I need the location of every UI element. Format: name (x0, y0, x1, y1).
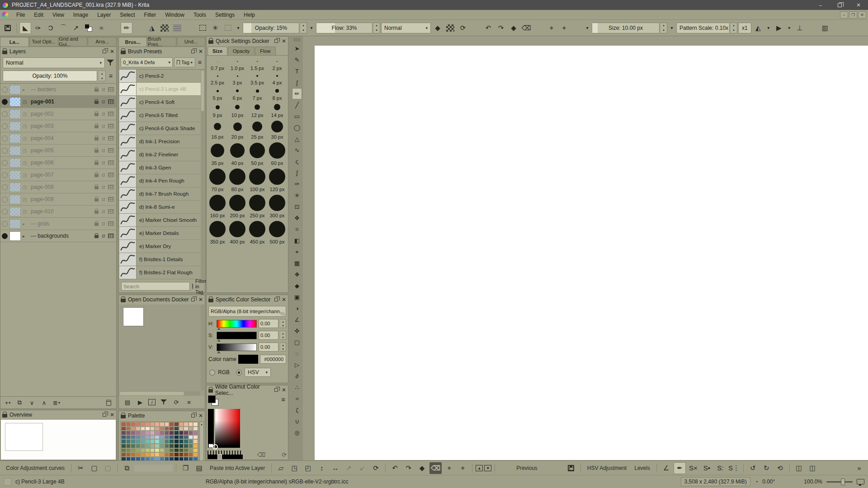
eraser-mode-icon[interactable]: ◆ (416, 462, 428, 474)
brush-preset-row[interactable]: d) Ink-2 Fineliner (119, 148, 204, 161)
rgb-radio[interactable] (209, 370, 215, 375)
layer-row[interactable]: page-007 α (0, 169, 116, 181)
disabled-slider[interactable] (134, 465, 173, 472)
trim-to-image-icon[interactable]: ◳ (288, 462, 301, 474)
brush-size-preset[interactable]: 70 px (208, 168, 227, 194)
brush-size-preset[interactable]: 9 px (208, 103, 227, 120)
layer-alpha-icon[interactable]: α (102, 196, 105, 202)
previous-preset-button[interactable]: Previous (513, 462, 541, 474)
palette-swatch[interactable] (141, 427, 146, 431)
palette-swatch[interactable] (131, 448, 136, 453)
mirror-view-icon[interactable]: ◫ (793, 462, 805, 474)
menu-item[interactable]: View (48, 11, 69, 19)
layer-row[interactable]: page-006 α (0, 157, 116, 169)
mirror-horizontal-icon[interactable]: ◭ (752, 22, 764, 34)
palette-swatch[interactable] (121, 448, 126, 453)
overview-preview[interactable] (1, 420, 116, 460)
brush-size-preset[interactable]: 20 px (227, 120, 247, 141)
brush-tag-filter-select[interactable]: 0_Krita 4 Defa ▾ (121, 57, 173, 67)
brush-preset-row[interactable]: e) Marker Details (119, 227, 204, 240)
opacity-dropdown-icon[interactable]: ▾ (308, 22, 315, 34)
bezier-curve-tool[interactable]: ς (292, 156, 302, 167)
palette-swatch[interactable] (136, 427, 141, 431)
palette-swatch[interactable] (189, 439, 193, 444)
brush-view-menu-icon[interactable]: ≡ (197, 59, 203, 66)
layer-visibility-toggle[interactable] (2, 123, 8, 129)
rectangle-tool[interactable]: ▭ (292, 111, 302, 122)
layer-inherit-alpha-icon[interactable] (108, 221, 114, 226)
select-shapes-tool[interactable]: ➤ (292, 43, 302, 54)
palette-swatch[interactable] (126, 448, 131, 453)
brush-size-preset[interactable]: 60 px (267, 141, 287, 168)
gradient-tool[interactable]: ◧ (292, 235, 302, 246)
brush-size-preset[interactable]: 400 px (227, 220, 247, 246)
wrap-around-icon[interactable]: ⊥ (794, 22, 806, 34)
layer-lock-icon[interactable] (94, 174, 99, 177)
layer-inherit-alpha-icon[interactable] (108, 112, 114, 116)
layer-alpha-icon[interactable]: α (102, 233, 105, 239)
palette-swatch[interactable] (145, 448, 150, 453)
mirror-vertical-icon[interactable]: ▶ (773, 22, 785, 34)
flow-slider[interactable]: Flow: 33% (316, 23, 373, 33)
palette-swatch[interactable] (121, 431, 126, 435)
brush-size-preset[interactable]: 450 px (247, 220, 267, 246)
redo-icon[interactable]: ↷ (495, 22, 507, 34)
menu-item[interactable]: Help (239, 11, 259, 19)
pattern-edit-tool[interactable]: ▦ (292, 258, 302, 269)
docker-lock-icon[interactable] (121, 51, 126, 54)
close-docker-icon[interactable]: ✕ (198, 297, 203, 302)
size-spinner[interactable]: ▲▼ (660, 23, 667, 33)
channel-spinner[interactable]: ▲▼ (280, 331, 286, 340)
scrollbar-handle[interactable] (120, 392, 184, 395)
docker-tab[interactable]: Brush Pres... (147, 37, 176, 46)
palette-swatch[interactable] (131, 452, 136, 457)
palette-swatch[interactable] (141, 422, 146, 427)
palette-swatch[interactable] (160, 452, 165, 457)
brush-preset-row[interactable]: f) Bristles-2 Flat Rough (119, 266, 204, 279)
layer-alpha-icon[interactable]: α (102, 111, 105, 117)
palette-swatch[interactable] (189, 427, 193, 431)
brush-size-preset[interactable]: 40 px (227, 141, 247, 168)
palette-swatch[interactable] (136, 444, 141, 448)
palette-swatch[interactable] (150, 422, 155, 427)
palette-swatch[interactable] (193, 431, 198, 435)
overflow-arrow-icon[interactable]: ▾ (235, 22, 242, 34)
menu-item[interactable]: Tools (189, 11, 211, 19)
docker-lock-icon[interactable] (121, 299, 126, 302)
palette-swatch[interactable] (184, 448, 189, 453)
stabilizer-strong-icon[interactable]: S⋮ (728, 462, 740, 474)
brush-size-preset[interactable]: 25 px (247, 120, 267, 141)
refresh-icon[interactable]: ⟳ (370, 462, 382, 474)
layer-inherit-alpha-icon[interactable] (108, 160, 114, 165)
hsv-model-select[interactable]: HSV ▾ (245, 368, 271, 377)
mdi-restore-icon[interactable]: ❐ (849, 11, 857, 19)
palette-swatch[interactable] (131, 439, 136, 444)
ellipse-select-tool[interactable]: ◌ (292, 348, 302, 359)
flow-spinner[interactable]: ▲▼ (373, 23, 380, 33)
layer-filter-icon[interactable] (107, 60, 114, 66)
zoom-slider[interactable] (826, 481, 853, 483)
layer-visibility-toggle[interactable] (2, 184, 8, 190)
move-layer-up-button[interactable]: ∧ (39, 398, 50, 408)
gradient-swatch-icon[interactable] (159, 22, 170, 34)
size-dropdown-icon[interactable]: ▾ (668, 22, 675, 34)
palette-swatch[interactable] (126, 435, 131, 440)
menu-item[interactable]: Edit (29, 11, 48, 19)
layer-alpha-icon[interactable]: α (102, 86, 105, 93)
layer-row[interactable]: page-004 α (0, 132, 116, 145)
palette-swatch[interactable] (169, 427, 174, 431)
brush-preset-row[interactable]: d) Ink-8 Sumi-e (119, 201, 204, 214)
freehand-brush-active-icon[interactable]: ✒ (674, 462, 686, 474)
brush-search-input[interactable] (121, 282, 190, 291)
palette-swatch[interactable] (145, 427, 150, 431)
brush-size-preset[interactable]: 1.0 px (227, 58, 247, 73)
menu-item[interactable]: Select (115, 11, 139, 19)
choose-brush-preset-icon[interactable]: ◣ (19, 22, 31, 34)
layer-inherit-alpha-icon[interactable] (108, 124, 114, 128)
float-docker-icon[interactable] (103, 50, 106, 53)
menu-item[interactable]: Window (160, 11, 189, 19)
brush-size-preset[interactable]: 12 px (247, 103, 267, 120)
refresh-icon[interactable]: ⟳ (282, 451, 287, 458)
close-docker-icon[interactable]: ✕ (198, 49, 203, 54)
palette-swatch[interactable] (169, 422, 174, 427)
